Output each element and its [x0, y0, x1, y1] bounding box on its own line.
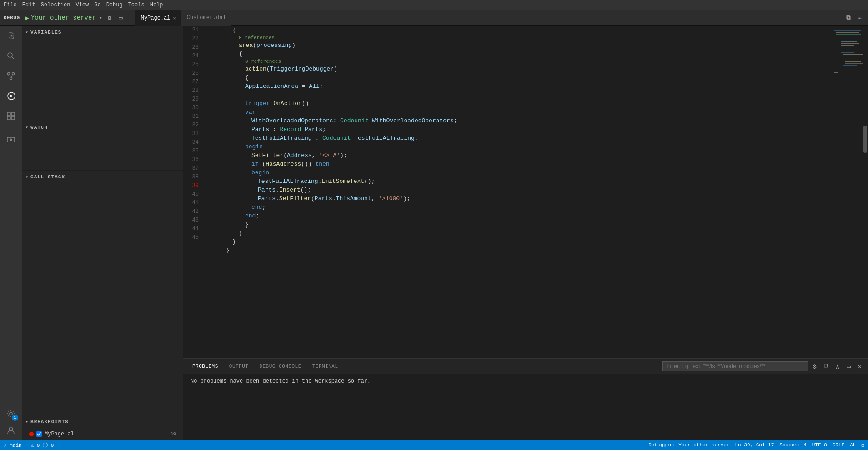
token: SetFilter [279, 194, 311, 203]
status-bar: ⚡ main ⚠ 0 ⓘ 0 Debugger: Your other serv… [0, 440, 868, 450]
extensions-icon[interactable] [5, 110, 17, 122]
status-debug-indicator[interactable]: ⚡ main [0, 440, 25, 450]
callstack-content [22, 183, 183, 238]
svg-rect-11 [7, 116, 10, 120]
token: ; [262, 203, 266, 212]
token: . [318, 177, 322, 186]
server-dropdown-arrow[interactable]: ▾ [100, 15, 102, 20]
callstack-label: CALL STACK [30, 174, 65, 180]
tab-mypage-close[interactable]: ✕ [173, 15, 176, 21]
token: ( [259, 160, 266, 168]
bottom-panel: PROBLEMS OUTPUT DEBUG CONSOLE TERMINAL ⚙… [183, 358, 868, 440]
table-row: WithOverloadedOperators: Codeunit WithOv… [213, 116, 832, 125]
token: WithOverloadedOperators [251, 116, 333, 125]
watch-header[interactable]: ▾ WATCH [22, 121, 183, 134]
menu-bar: File Edit Selection View Go Debug Tools … [0, 0, 868, 10]
remote-icon[interactable] [5, 133, 17, 146]
tab-mypage[interactable]: MyPage.al ✕ [135, 10, 181, 26]
status-problems-count[interactable]: ⚠ 0 ⓘ 0 [31, 442, 54, 449]
svg-rect-40 [834, 72, 838, 73]
menu-help[interactable]: Help [150, 2, 163, 8]
search-icon[interactable] [5, 50, 17, 62]
menu-selection[interactable]: Selection [41, 2, 70, 8]
status-eol[interactable]: CRLF [833, 442, 844, 448]
debug-run-icon[interactable] [5, 90, 17, 102]
tab-terminal[interactable]: TERMINAL [307, 361, 344, 372]
panel-close-icon[interactable]: ✕ [855, 362, 864, 371]
account-icon[interactable] [5, 424, 17, 436]
variables-section: ▾ VARIABLES [22, 26, 183, 121]
svg-point-16 [10, 427, 13, 430]
settings-icon[interactable]: 1 [5, 407, 17, 420]
line-number: 27 [183, 78, 202, 86]
menu-go[interactable]: Go [94, 2, 100, 8]
token: area [239, 41, 253, 50]
menu-file[interactable]: File [4, 2, 17, 8]
watch-chevron: ▾ [25, 125, 29, 130]
window-more-icon[interactable]: ⋯ [855, 13, 864, 23]
watch-content [22, 134, 183, 170]
token: TestFullALTracing [251, 134, 312, 142]
status-encoding[interactable]: UTF-8 [812, 442, 827, 448]
status-layout-icon[interactable]: ⊞ [861, 442, 864, 448]
svg-point-4 [10, 77, 12, 80]
token: SetFilter [251, 151, 283, 160]
window-controls: ⧉ ⋯ [843, 13, 864, 23]
svg-rect-38 [838, 69, 848, 69]
panel-filter-settings-icon[interactable]: ⚙ [810, 362, 819, 371]
debug-settings-icon[interactable]: ⚙ [106, 13, 113, 23]
panel-maximize-icon[interactable]: ▭ [844, 362, 853, 371]
table-row [213, 91, 832, 99]
menu-view[interactable]: View [75, 2, 89, 8]
menu-edit[interactable]: Edit [22, 2, 35, 8]
token: All [309, 82, 319, 91]
panel-copy-icon[interactable]: ⧉ [821, 362, 831, 371]
table-row: end; [213, 212, 832, 220]
token: . [276, 186, 279, 194]
line-number: 21 [183, 26, 202, 35]
status-line-col[interactable]: Ln 39, Col 17 [735, 442, 774, 448]
menu-tools[interactable]: Tools [128, 2, 145, 8]
token: . [332, 194, 336, 203]
menu-debug[interactable]: Debug [106, 2, 123, 8]
table-row: TestFullALTracing.EmitSomeText(); [213, 177, 832, 186]
files-icon[interactable]: ⎘ [5, 30, 17, 42]
token: begin [251, 168, 269, 177]
svg-rect-24 [841, 43, 859, 44]
status-debugger[interactable]: Debugger: Your other server [648, 442, 729, 448]
tab-bar: MyPage.al ✕ Customer.dal [135, 10, 840, 26]
callstack-header[interactable]: ▾ CALL STACK [22, 171, 183, 183]
breakpoint-checkbox[interactable] [36, 431, 42, 437]
debug-play-button[interactable]: ▶ Your other server [25, 14, 96, 22]
breakpoints-header[interactable]: ▾ BREAKPOINTS [22, 415, 183, 428]
status-language[interactable]: AL [850, 442, 856, 448]
code-editor[interactable]: 2122232425262728293031323334353637383940… [183, 26, 868, 358]
status-spaces[interactable]: Spaces: 4 [779, 442, 806, 448]
variables-header[interactable]: ▾ VARIABLES [22, 26, 183, 39]
breakpoint-filename: MyPage.al [45, 431, 74, 437]
source-control-icon[interactable] [5, 70, 17, 82]
panel-tabs: PROBLEMS OUTPUT DEBUG CONSOLE TERMINAL ⚙… [183, 359, 868, 374]
scrollbar[interactable] [863, 26, 868, 358]
line-number: 39 [183, 182, 202, 190]
panel-collapse-icon[interactable]: ∧ [833, 362, 842, 371]
tab-debug-console[interactable]: DEBUG CONSOLE [254, 361, 306, 372]
tab-customer[interactable]: Customer.dal [181, 10, 231, 26]
debug-layout-icon[interactable]: ▭ [117, 13, 124, 23]
token: } [245, 220, 249, 229]
token: () [302, 99, 309, 108]
line-number: 29 [183, 95, 202, 104]
code-line-with-ref: 0 referencesarea(processing) [213, 35, 832, 50]
breakpoints-chevron: ▾ [25, 419, 29, 425]
line-number: 22 [183, 35, 202, 43]
panel-filter-input[interactable] [662, 361, 808, 371]
scrollbar-thumb [863, 126, 867, 153]
token: } [226, 246, 230, 255]
tab-output[interactable]: OUTPUT [224, 361, 254, 372]
token: EmitSomeText [321, 177, 364, 186]
line-number: 43 [183, 216, 202, 225]
window-split-icon[interactable]: ⧉ [843, 13, 853, 22]
table-row: Parts : Record Parts; [213, 125, 832, 134]
token: ()) [301, 160, 315, 168]
tab-problems[interactable]: PROBLEMS [187, 361, 224, 372]
